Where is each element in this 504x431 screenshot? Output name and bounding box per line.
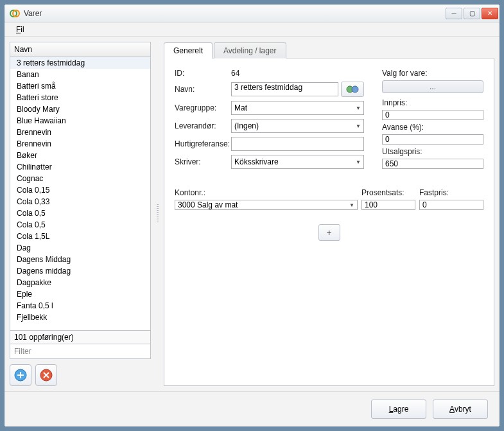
save-button[interactable]: Lagre <box>371 400 426 419</box>
filter-input[interactable]: Filter <box>10 344 151 359</box>
globes-icon <box>345 84 360 94</box>
item-list[interactable]: 3 retters festmiddagBananBatteri småBatt… <box>10 57 151 331</box>
group-select[interactable]: Mat ▼ <box>231 101 364 115</box>
detail-pane: Generelt Avdeling / lager ID: 64 Navn: 3… <box>164 42 494 386</box>
dialog-footer: Lagre Avbryt <box>4 391 500 427</box>
chevron-down-icon: ▼ <box>356 123 361 129</box>
list-item[interactable]: Dagens middag <box>10 265 150 277</box>
item-list-pane: Navn 3 retters festmiddagBananBatteri sm… <box>10 42 151 386</box>
id-label: ID: <box>175 69 231 78</box>
list-item[interactable]: Brennevin <box>10 138 150 150</box>
add-account-row-button[interactable]: + <box>318 224 340 241</box>
list-item[interactable]: 3 retters festmiddag <box>10 57 150 69</box>
list-item[interactable]: Eple <box>10 288 150 300</box>
add-item-button[interactable] <box>10 364 31 386</box>
list-item[interactable]: Cola 0,5 <box>10 219 150 231</box>
splitter-grip-icon <box>157 204 159 224</box>
options-heading: Valg for vare: <box>382 69 483 78</box>
chevron-down-icon: ▼ <box>356 105 361 111</box>
list-item[interactable]: Chilinøtter <box>10 161 150 173</box>
printer-select[interactable]: Köksskrivare ▼ <box>231 155 364 169</box>
translate-button[interactable] <box>341 82 364 97</box>
list-item[interactable]: Cognac <box>10 173 150 184</box>
quickref-input[interactable] <box>231 137 364 151</box>
list-item[interactable]: Dagens Middag <box>10 254 150 265</box>
menu-file[interactable]: Fil <box>11 24 30 35</box>
list-item[interactable]: Bøker <box>10 150 150 161</box>
list-header-name[interactable]: Navn <box>10 42 151 57</box>
quickref-label: Hurtigreferanse: <box>175 139 231 148</box>
list-item[interactable]: Batteri små <box>10 80 150 92</box>
close-button[interactable]: ✕ <box>482 8 498 19</box>
main-window: Varer ─ ▢ ✕ Fil Navn 3 retters festmidda… <box>4 4 500 427</box>
maximize-button[interactable]: ▢ <box>464 8 480 19</box>
id-value: 64 <box>231 69 239 78</box>
group-value: Mat <box>234 103 247 112</box>
cancel-button[interactable]: Avbryt <box>433 400 488 419</box>
list-count: 101 oppføring(er) <box>10 331 151 344</box>
minimize-button[interactable]: ─ <box>446 8 462 19</box>
list-item[interactable]: Cola 0,33 <box>10 196 150 207</box>
group-label: Varegruppe: <box>175 103 231 112</box>
prosent-input[interactable]: 100 <box>361 200 415 210</box>
svg-point-7 <box>352 86 358 92</box>
delete-item-button[interactable] <box>35 364 57 386</box>
name-label: Navn: <box>175 85 231 94</box>
prosent-label: Prosentsats: <box>361 188 415 197</box>
chevron-down-icon: ▼ <box>356 159 361 165</box>
name-input[interactable]: 3 retters festmiddag <box>231 82 338 96</box>
tab-general[interactable]: Generelt <box>164 42 213 58</box>
title-bar[interactable]: Varer ─ ▢ ✕ <box>4 4 500 22</box>
printer-label: Skriver: <box>175 157 231 166</box>
list-item[interactable]: Cola 0,15 <box>10 184 150 196</box>
window-title: Varer <box>24 9 446 18</box>
list-item[interactable]: Bloody Mary <box>10 103 150 115</box>
innpris-label: Innpris: <box>382 98 483 107</box>
pane-splitter[interactable] <box>156 42 159 386</box>
vendor-select[interactable]: (Ingen) ▼ <box>231 119 364 133</box>
list-item[interactable]: Dagpakke <box>10 277 150 288</box>
app-icon <box>10 8 20 19</box>
fastpris-input[interactable]: 0 <box>419 200 483 210</box>
tab-department[interactable]: Avdeling / lager <box>214 42 286 58</box>
konto-label: Kontonr.: <box>175 188 358 197</box>
list-item[interactable]: Cola 0,5 <box>10 207 150 219</box>
list-item[interactable]: Banan <box>10 69 150 80</box>
printer-value: Köksskrivare <box>234 157 279 166</box>
list-item[interactable]: Batteri store <box>10 92 150 103</box>
vendor-value: (Ingen) <box>234 121 259 130</box>
list-item[interactable]: Fjellbekk <box>10 312 150 323</box>
plus-circle-icon <box>13 368 28 382</box>
list-item[interactable]: Dag <box>10 242 150 254</box>
list-item[interactable]: Cola 1,5L <box>10 231 150 242</box>
list-item[interactable]: Fanta 0,5 l <box>10 300 150 312</box>
avanse-input[interactable]: 0 <box>382 134 483 145</box>
options-button[interactable]: ... <box>382 80 483 93</box>
vendor-label: Leverandør: <box>175 121 231 130</box>
list-item[interactable]: Brennevin <box>10 127 150 138</box>
avanse-label: Avanse (%): <box>382 123 483 132</box>
delete-circle-icon <box>39 368 53 382</box>
fastpris-label: Fastpris: <box>419 188 483 197</box>
utsalg-label: Utsalgspris: <box>382 147 483 156</box>
chevron-down-icon: ▼ <box>349 202 354 208</box>
konto-value: 3000 Salg av mat <box>178 200 238 209</box>
konto-select[interactable]: 3000 Salg av mat ▼ <box>175 200 358 210</box>
innpris-input[interactable]: 0 <box>382 110 483 120</box>
utsalg-input[interactable]: 650 <box>382 159 483 169</box>
list-item[interactable]: Blue Hawaiian <box>10 115 150 127</box>
svg-rect-4 <box>17 374 24 376</box>
menu-bar: Fil <box>4 22 500 37</box>
